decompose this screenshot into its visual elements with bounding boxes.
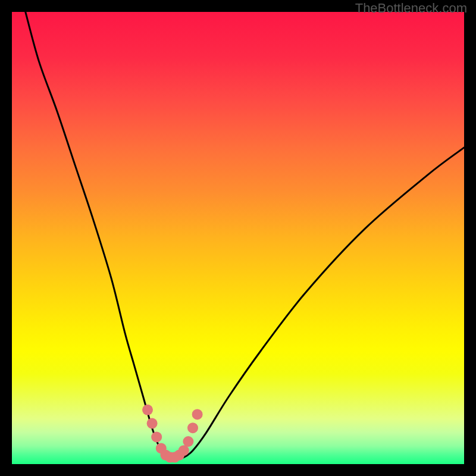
bottleneck-curve: [12, 12, 464, 464]
marker-dot: [142, 405, 153, 415]
plot-area: [12, 12, 464, 464]
marker-dot: [147, 418, 158, 429]
marker-group: [142, 405, 203, 463]
watermark-label: TheBottleneck.com: [355, 1, 467, 16]
marker-dot: [183, 436, 193, 447]
marker-dot: [187, 422, 198, 433]
curve-path: [26, 12, 464, 459]
marker-dot: [151, 431, 162, 442]
chart-frame: TheBottleneck.com: [0, 0, 476, 476]
marker-dot: [192, 409, 203, 419]
